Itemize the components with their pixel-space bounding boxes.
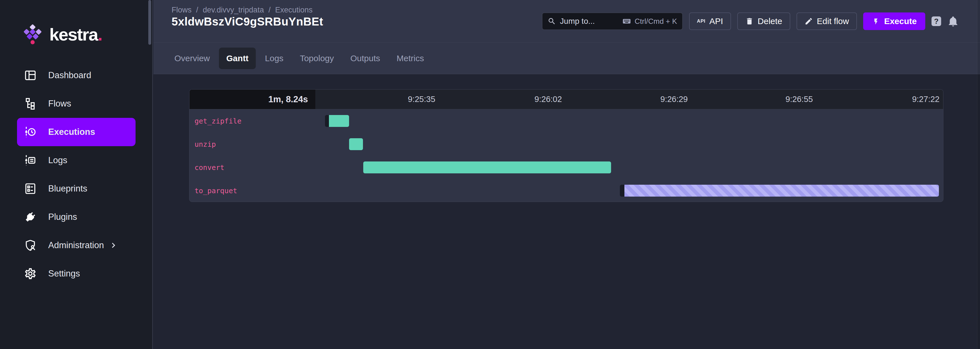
shield-account-icon [24,239,37,252]
tab-gantt[interactable]: Gantt [219,48,256,69]
timeline-tick: 9:25:35 [408,89,435,109]
breadcrumb-flows[interactable]: Flows [172,6,192,14]
breadcrumb-executions[interactable]: Executions [275,6,312,14]
sidebar-item-logs[interactable]: Logs [17,146,135,174]
sidebar-item-label: Blueprints [48,184,88,194]
task-bar-unzip[interactable] [349,138,363,150]
notifications-bell-button[interactable] [947,16,959,27]
pencil-icon [805,17,813,25]
main-area: Flows / dev.divvy_tripdata / Executions … [153,0,980,349]
breadcrumb-separator: / [196,6,199,14]
tab-logs[interactable]: Logs [258,48,291,69]
search-placeholder: Jump to... [560,17,595,26]
sidebar-item-label: Flows [48,98,71,109]
task-label[interactable]: convert [194,163,224,172]
power-plug-icon [24,211,37,224]
sidebar-item-label: Dashboard [48,70,91,81]
sidebar-nav: Dashboard Flows [0,61,152,288]
task-bar-convert[interactable] [363,162,611,173]
task-bar-get_zipfile[interactable] [325,115,349,127]
window-scrollbar-gutter[interactable] [977,0,980,349]
topbar-actions: Jump to... Ctrl/Cmd + K API API Delete [542,13,959,30]
timeline-tick: 9:26:55 [786,89,813,109]
tab-overview[interactable]: Overview [167,48,217,69]
search-icon [547,17,556,25]
search-shortcut: Ctrl/Cmd + K [635,17,677,26]
api-button[interactable]: API API [689,13,731,30]
sidebar-item-label: Logs [48,155,67,165]
execute-button[interactable]: Execute [863,13,925,30]
page-title: 5xldwBszViC9gSRBuYnBEt [172,15,323,28]
timeline-tick: 9:26:02 [535,89,562,109]
bell-icon [947,16,959,27]
chevron-right-icon [108,240,119,251]
lightning-icon [872,17,880,25]
search-input[interactable]: Jump to... Ctrl/Cmd + K [542,13,683,30]
task-bar-to_parquet[interactable] [620,185,939,197]
sidebar: kestra. Dashboard [0,0,153,349]
sidebar-item-flows[interactable]: Flows [17,89,135,118]
tab-metrics[interactable]: Metrics [389,48,431,69]
api-button-label: API [709,16,723,26]
tab-outputs[interactable]: Outputs [343,48,388,69]
gantt-row: unzip [189,133,943,156]
gear-icon [24,267,37,280]
delete-button-label: Delete [758,16,782,26]
view-dashboard-icon [24,69,37,82]
task-label[interactable]: get_zipfile [194,117,242,125]
tab-topology[interactable]: Topology [292,48,341,69]
sidebar-item-label: Administration [48,240,104,251]
help-button[interactable]: ? [932,16,941,26]
breadcrumb-namespace[interactable]: dev.divvy_tripdata [203,6,264,14]
sidebar-item-executions[interactable]: Executions [17,118,135,146]
task-label[interactable]: unzip [194,140,216,148]
execute-button-label: Execute [884,16,917,26]
task-label[interactable]: to_parquet [194,187,237,195]
blueprint-list-icon [24,182,37,195]
api-icon: API [697,18,705,24]
task-bar-created-segment [325,115,329,127]
delete-button[interactable]: Delete [737,13,790,30]
edit-flow-button-label: Edit flow [817,16,849,26]
timeline-tick: 9:27:22 [912,89,939,109]
search-shortcut-group: Ctrl/Cmd + K [622,17,677,26]
edit-flow-button[interactable]: Edit flow [797,13,857,30]
sidebar-item-dashboard[interactable]: Dashboard [17,61,135,89]
task-bar-fill [624,185,939,197]
app-name: kestra. [49,26,102,43]
sidebar-item-blueprints[interactable]: Blueprints [17,174,135,203]
task-bar-fill [349,138,363,150]
timeline-clock-icon [24,125,37,138]
timeline-tick: 9:26:29 [660,89,688,109]
gantt-timeline-header: 1m, 8.24s 9:25:35 9:26:02 9:26:29 9:26:5… [189,89,943,109]
kestra-logo-icon [24,24,41,45]
execution-tabs: Overview Gantt Logs Topology Outputs Met… [153,43,980,74]
keyboard-icon [622,17,631,26]
sidebar-item-settings[interactable]: Settings [17,260,135,288]
sidebar-scrollbar-thumb[interactable] [148,0,151,45]
task-bar-fill [363,162,611,173]
sidebar-item-administration[interactable]: Administration [17,231,135,260]
kestra-logo[interactable]: kestra. [24,24,152,45]
gantt-row: convert [189,156,943,179]
gantt-row: to_parquet [189,179,943,202]
file-tree-icon [24,97,37,110]
elapsed-duration: 1m, 8.24s [189,89,315,109]
gantt-panel: 1m, 8.24s 9:25:35 9:26:02 9:26:29 9:26:5… [189,89,943,202]
breadcrumb-separator: / [269,6,271,14]
help-icon: ? [934,17,939,26]
timeline-text-icon [24,154,37,167]
trash-icon [745,17,754,25]
gantt-body: get_zipfile unzip convert [189,109,943,202]
task-bar-fill [329,115,349,127]
topbar: Flows / dev.divvy_tripdata / Executions … [153,0,980,43]
breadcrumb: Flows / dev.divvy_tripdata / Executions [172,6,312,14]
content-area: 1m, 8.24s 9:25:35 9:26:02 9:26:29 9:26:5… [153,74,980,349]
sidebar-item-plugins[interactable]: Plugins [17,203,135,231]
sidebar-item-label: Executions [48,127,95,137]
sidebar-item-label: Plugins [48,212,77,222]
sidebar-item-label: Settings [48,268,80,279]
logo-period: . [98,25,102,44]
gantt-row: get_zipfile [189,109,943,133]
task-bar-created-segment [620,185,624,197]
